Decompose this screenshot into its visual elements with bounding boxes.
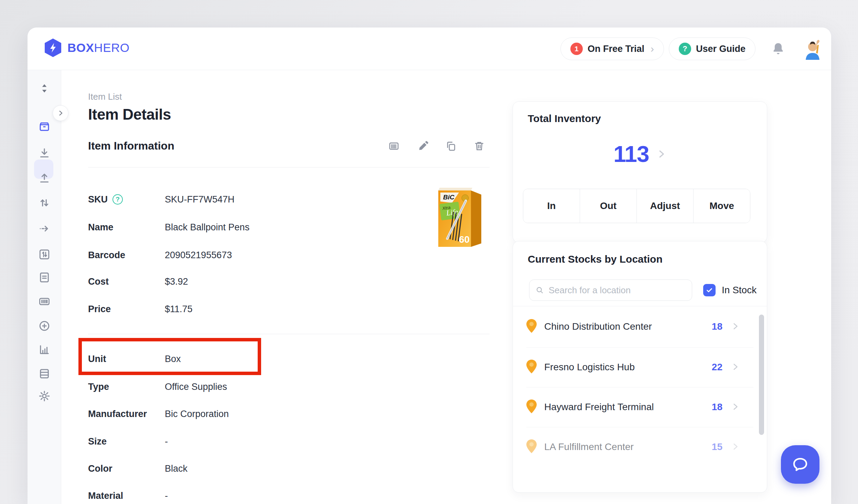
field-row-color: Color Black	[88, 462, 490, 475]
field-row-manufacturer: Manufacturer Bic Corporation	[88, 407, 490, 421]
check-icon	[706, 286, 713, 294]
cost-label: Cost	[88, 276, 165, 287]
user-guide-button[interactable]: ? User Guide	[669, 37, 755, 60]
stock-adjust-button[interactable]: Adjust	[636, 189, 693, 223]
move-icon	[38, 222, 51, 235]
location-row-chino[interactable]: Chino Distribution Center 18	[513, 307, 767, 347]
duplicate-item-button[interactable]	[445, 140, 457, 152]
sidebar-item-move[interactable]	[38, 222, 51, 235]
field-row-type: Type Office Supplies	[88, 380, 490, 394]
chevron-right-icon	[731, 362, 740, 371]
type-label: Type	[88, 382, 165, 392]
location-qty: 18	[695, 321, 722, 332]
edit-item-button[interactable]	[417, 140, 429, 152]
sidebar-item-adjust[interactable]	[38, 197, 51, 209]
sidebar-nav	[28, 70, 61, 504]
analytics-icon	[38, 343, 51, 356]
location-qty: 18	[695, 402, 722, 413]
manufacturer-label: Manufacturer	[88, 409, 165, 419]
location-row-fresno[interactable]: Fresno Logistics Hub 22	[513, 347, 767, 387]
total-inventory-title: Total Inventory	[528, 113, 601, 124]
total-inventory-value-row[interactable]: 113	[513, 141, 767, 167]
sidebar-item-items[interactable]	[38, 120, 51, 133]
location-qty: 22	[695, 362, 722, 373]
location-name: LA Fulfillment Center	[544, 441, 634, 452]
section-divider	[88, 167, 490, 167]
sidebar-item-transactions[interactable]	[38, 248, 51, 261]
boxhero-hexagon-icon	[44, 38, 62, 57]
location-pin-icon	[526, 319, 537, 333]
chevron-right-icon: ›	[651, 43, 654, 55]
stock-move-button[interactable]: Move	[693, 189, 750, 223]
name-label: Name	[88, 222, 165, 233]
unit-label: Unit	[88, 354, 165, 364]
barcode-label: Barcode	[88, 250, 165, 261]
type-value: Office Supplies	[165, 382, 227, 392]
user-avatar[interactable]	[801, 39, 822, 60]
size-label: Size	[88, 436, 165, 447]
location-search	[529, 280, 692, 301]
sidebar-item-collapse[interactable]	[38, 82, 51, 95]
sidebar-item-purchase[interactable]	[38, 320, 51, 332]
sidebar-item-analytics[interactable]	[38, 343, 51, 356]
delete-item-button[interactable]	[473, 140, 485, 152]
total-inventory-value: 113	[613, 141, 649, 167]
name-value: Black Ballpoint Pens	[165, 222, 249, 233]
stock-out-icon	[38, 172, 51, 184]
purchase-note-icon	[38, 271, 51, 284]
sku-help-icon[interactable]: ?	[112, 194, 123, 205]
trash-icon	[473, 140, 485, 152]
stock-out-button[interactable]: Out	[580, 189, 636, 223]
print-barcode-button[interactable]	[388, 140, 400, 152]
field-row-name: Name Black Ballpoint Pens	[88, 220, 490, 234]
data-stack-icon	[38, 368, 51, 380]
breadcrumb[interactable]: Item List	[88, 91, 122, 102]
trial-label: On Free Trial	[588, 44, 644, 54]
field-row-material: Material -	[88, 489, 490, 503]
location-pin-icon	[526, 439, 537, 453]
adjust-icon	[38, 197, 51, 209]
current-stocks-title: Current Stocks by Location	[528, 253, 663, 265]
field-row-price: Price $11.75	[88, 302, 490, 316]
notifications-bell-icon[interactable]	[771, 41, 786, 56]
free-trial-button[interactable]: 1 On Free Trial ›	[560, 37, 664, 60]
price-value: $11.75	[165, 304, 193, 315]
sidebar-item-data[interactable]	[38, 368, 51, 380]
list-scrollbar[interactable]	[759, 315, 764, 435]
item-information-title: Item Information	[88, 140, 174, 152]
search-icon	[536, 286, 544, 295]
pencil-icon	[417, 140, 429, 152]
boxhero-wordmark: BOXHERO	[67, 41, 129, 55]
support-chat-button[interactable]	[781, 445, 819, 484]
in-stock-checkbox[interactable]	[703, 284, 716, 296]
chat-bubble-icon	[791, 455, 809, 474]
location-row-la[interactable]: LA Fulfillment Center 15	[513, 427, 767, 467]
location-name: Chino Distribution Center	[544, 321, 652, 332]
color-label: Color	[88, 463, 165, 474]
sidebar-item-barcode-label[interactable]	[38, 295, 51, 308]
app-window: BOXHERO 1 On Free Trial › ? User Guide	[28, 28, 831, 504]
section-divider	[88, 334, 490, 334]
location-search-input[interactable]	[549, 285, 686, 296]
settings-gear-icon	[38, 390, 51, 402]
stock-in-icon	[38, 147, 51, 159]
sku-label: SKU	[88, 194, 108, 205]
sidebar-item-stock-in[interactable]	[38, 147, 51, 159]
location-row-hayward[interactable]: Hayward Freight Terminal 18	[513, 387, 767, 427]
stock-in-button[interactable]: In	[523, 189, 580, 223]
boxhero-logo[interactable]: BOXHERO	[44, 38, 129, 57]
wordmark-bold: BOX	[67, 41, 94, 54]
product-image[interactable]: BiC Xtra Life 60	[438, 188, 481, 248]
location-qty: 15	[695, 441, 722, 452]
field-row-barcode: Barcode 2090521955673	[88, 248, 490, 262]
sidebar-item-settings[interactable]	[38, 390, 51, 402]
sidebar-item-stock-out[interactable]	[38, 172, 51, 184]
chevron-right-icon	[656, 149, 666, 159]
cost-value: $3.92	[165, 276, 188, 287]
sidebar-expand-button[interactable]	[53, 105, 68, 121]
field-row-cost: Cost $3.92	[88, 275, 490, 288]
sku-value: SKU-FF7W547H	[165, 194, 235, 205]
sidebar-item-documents[interactable]	[38, 271, 51, 284]
barcode-value: 2090521955673	[165, 250, 232, 261]
question-icon: ?	[679, 43, 691, 55]
